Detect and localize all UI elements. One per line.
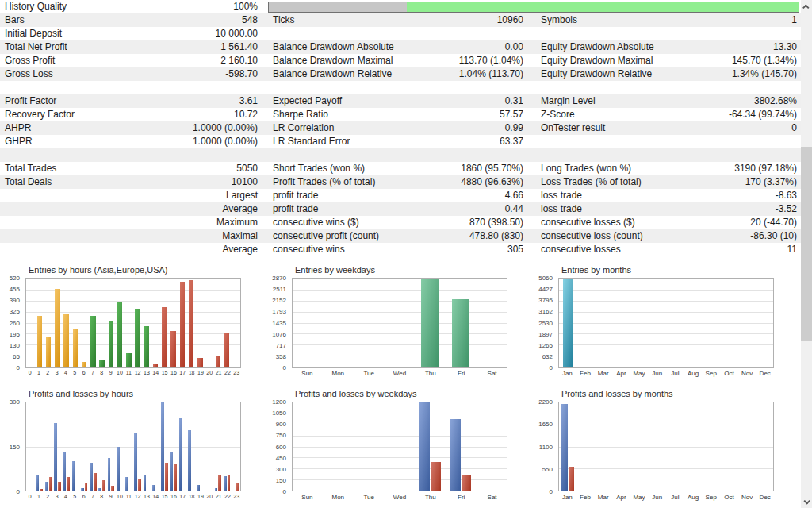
- x-tick-label: Thu: [415, 370, 446, 379]
- x-axis: JanFebMarAprMayJunJulAugSepOctNovDec: [558, 370, 774, 379]
- bar-entries-22: [224, 333, 230, 367]
- bar-loss-9: [111, 486, 114, 491]
- y-tick-label: 1897: [538, 330, 553, 337]
- bar-loss-1: [40, 489, 43, 491]
- bar-profit-17: [179, 418, 182, 491]
- stats-cell: consecutive profit (count)478.80 (830): [268, 229, 536, 243]
- bar-entries-12: [135, 309, 140, 367]
- stats-cell: Expected Payoff0.31: [268, 94, 536, 108]
- stat-label: Gross Profit: [0, 54, 55, 67]
- bar-loss-15: [165, 463, 168, 491]
- stat-label: Long Trades (won %): [536, 162, 631, 175]
- stat-value: 0: [791, 121, 801, 135]
- stats-row: [0, 81, 801, 94]
- bar-group-Feb: [577, 402, 596, 491]
- x-tick-label: 14: [151, 494, 160, 503]
- stat-label: Profit Trades (% of total): [268, 175, 375, 189]
- y-tick-label: 0: [550, 488, 553, 495]
- stat-value: 3802.68%: [754, 94, 801, 108]
- stats-table: History Quality100%Bars548Ticks10960Symb…: [0, 0, 801, 256]
- bar-group-Dec: [756, 279, 774, 367]
- y-tick-label: 750: [276, 432, 286, 439]
- x-tick-label: 21: [214, 494, 223, 503]
- bar-group-Mon: [324, 279, 354, 367]
- x-tick-label: Mar: [594, 370, 612, 379]
- bar-group-Jul: [666, 402, 684, 491]
- stat-label: consecutive losses ($): [536, 216, 635, 229]
- bar-group-Feb: [577, 279, 596, 367]
- bar-group-20: [205, 279, 213, 367]
- stat-value: 2 160.10: [220, 54, 268, 67]
- y-tick-label: 1076: [272, 330, 286, 337]
- stat-label: profit trade: [268, 202, 318, 216]
- stats-cell: Balance Drawdown Maximal113.70 (1.04%): [268, 54, 536, 67]
- bar-group-11: [124, 402, 133, 491]
- bar-profit-8: [98, 488, 102, 491]
- y-tick-label: 1650: [538, 421, 553, 428]
- scroll-down-button[interactable]: [801, 495, 812, 508]
- stats-cell: Short Trades (won %)1860 (95.70%): [268, 162, 536, 175]
- stat-label: consecutive wins: [268, 243, 345, 256]
- bar-group-7: [89, 402, 98, 491]
- stats-cell: profit trade4.66: [268, 189, 536, 202]
- bar-group-Jan: [559, 402, 577, 491]
- bar-group-17: [178, 402, 186, 491]
- bar-entries-5: [73, 329, 79, 367]
- x-tick-label: 17: [178, 370, 187, 379]
- x-tick-label: Aug: [684, 494, 703, 503]
- stats-cell: Profit Factor3.61: [0, 94, 268, 108]
- stat-label: Equity Drawdown Absolute: [536, 40, 654, 54]
- x-tick-label: 2: [44, 494, 52, 503]
- bar-group-Fri: [446, 402, 477, 491]
- chart-title: Entries by hours (Asia,Europe,USA): [29, 265, 167, 275]
- stats-cell: Maximum: [0, 216, 268, 229]
- scrollbar-thumb[interactable]: [801, 147, 812, 341]
- stat-value: 548: [242, 13, 268, 27]
- bar-profit-21: [215, 488, 218, 491]
- bar-entries-15: [162, 307, 167, 367]
- stat-value: 1.0000 (0.00%): [193, 121, 268, 135]
- x-tick-label: Jun: [648, 494, 666, 503]
- stats-cell: Balance Drawdown Absolute0.00: [268, 40, 536, 54]
- x-tick-label: 0: [25, 370, 34, 379]
- stat-label: Recovery Factor: [0, 108, 75, 121]
- stats-cell: GHPR1.0000 (0.00%): [0, 135, 268, 148]
- x-tick-label: 13: [142, 494, 151, 503]
- y-axis: 520455390325260195130650: [0, 278, 23, 368]
- bar-group-5: [71, 279, 79, 367]
- bar-profit-7: [90, 463, 93, 491]
- bar-group-10: [116, 402, 124, 491]
- bar-group-2: [44, 402, 53, 491]
- bar-group-6: [80, 402, 89, 491]
- bar-loss-12: [138, 479, 141, 491]
- stats-row: Gross Profit2 160.10Balance Drawdown Max…: [0, 54, 801, 67]
- stat-value: -64.34 (99.74%): [729, 108, 801, 121]
- stat-value: 1.34% (145.70): [732, 67, 801, 81]
- y-tick-label: 260: [10, 319, 20, 326]
- stat-value: 1.04% (113.70): [459, 67, 536, 81]
- scroll-up-button[interactable]: [801, 0, 812, 13]
- x-tick-label: Mon: [323, 370, 354, 379]
- stat-label: [0, 243, 5, 256]
- x-tick-label: 23: [232, 494, 241, 503]
- bar-loss-22: [228, 475, 231, 491]
- stat-value: 4.66: [505, 189, 536, 202]
- stats-row: [0, 148, 801, 162]
- stats-cell: profit trade0.44: [268, 202, 536, 216]
- vertical-scrollbar[interactable]: [801, 0, 812, 508]
- stat-label: consecutive wins ($): [268, 216, 359, 229]
- bar-group-21: [213, 279, 222, 367]
- stat-value: 1.0000 (0.00%): [193, 135, 268, 148]
- stats-cell: Margin Level3802.68%: [536, 94, 801, 108]
- x-tick-label: 18: [187, 370, 196, 379]
- bar-entries-19: [197, 358, 203, 367]
- x-tick-label: 14: [151, 370, 160, 379]
- bar-group-4: [62, 279, 71, 367]
- stats-cell: [536, 135, 801, 148]
- y-tick-label: 0: [550, 364, 553, 371]
- stats-cell: AHPR1.0000 (0.00%): [0, 121, 268, 135]
- y-tick-label: 0: [283, 488, 286, 495]
- stat-value: 4880 (96.63%): [461, 175, 536, 189]
- y-tick-label: 2530: [538, 319, 553, 326]
- stats-cell: consecutive losses ($)20 (-44.70): [536, 216, 801, 229]
